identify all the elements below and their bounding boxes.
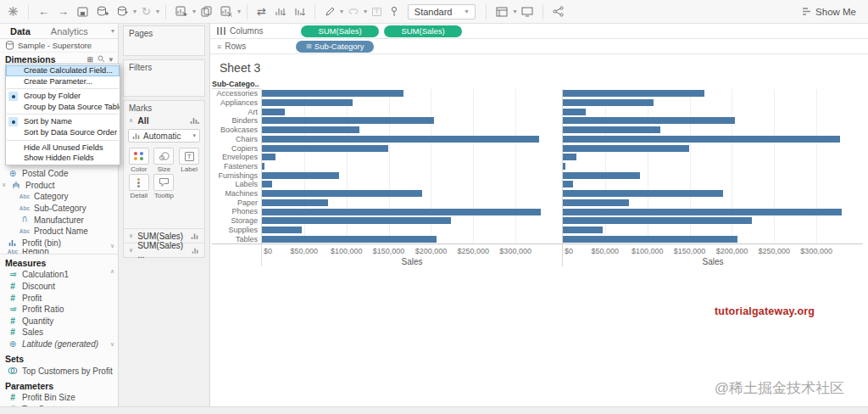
clear-sheet-button[interactable] [216,3,236,20]
bar-phones[interactable] [262,209,541,215]
x-axis-right[interactable]: $0$50,000$100,000$150,000$200,000$250,00… [562,244,863,266]
bar-labels[interactable] [262,181,272,187]
bar-paper[interactable] [563,199,629,206]
fix-axes-button[interactable] [386,3,403,20]
category-label[interactable]: Art [212,107,261,116]
bar-appliances[interactable] [262,99,353,106]
bar-copiers[interactable] [262,145,388,152]
category-label[interactable]: Furnishings [212,171,261,180]
undo-button[interactable]: ← [34,3,53,20]
category-label[interactable]: Bookcases [212,126,261,135]
mark-type-select[interactable]: Automatic ▾ [128,129,200,143]
sort-descending-button[interactable] [290,3,309,20]
measure-profit[interactable]: #Profit [0,292,118,304]
expand-icon[interactable]: ∨ [129,247,133,254]
category-label[interactable]: Copiers [212,143,261,153]
group-members-button[interactable] [344,3,363,20]
dimension-category[interactable]: AbcCategory [0,191,118,203]
bar-art[interactable] [262,109,285,115]
find-field-icon[interactable] [97,55,105,63]
category-label[interactable]: Accessories [212,89,261,98]
measure-calculation1[interactable]: =#Calculation1 [0,269,118,281]
menu-item-group-by-data-source-table[interactable]: Group by Data Source Table [6,102,120,113]
category-label[interactable]: Supplies [212,226,261,235]
expand-icon[interactable]: ∨ [2,182,7,188]
category-label[interactable]: Tables [212,234,261,243]
bar-phones[interactable] [563,209,842,215]
category-label[interactable]: Fasteners [212,162,261,171]
bar-chairs[interactable] [262,136,539,143]
pause-auto-updates-button[interactable] [113,3,132,20]
bar-accessories[interactable] [262,90,403,97]
category-label[interactable]: Labels [212,180,261,189]
bar-storage[interactable] [262,217,451,224]
new-data-source-button[interactable] [92,3,113,20]
pill-sum-sales-1[interactable]: SUM(Sales) [301,25,379,37]
dimension-sub-category[interactable]: AbcSub-Category [0,203,118,215]
category-label[interactable]: Paper [212,198,261,207]
dimension-product-name[interactable]: AbcProduct Name [0,226,118,238]
menu-item-sort-by-data-source-order[interactable]: Sort by Data Source Order [6,127,120,138]
bar-machines[interactable] [262,190,422,197]
redo-button[interactable]: → [53,3,73,20]
row-field-header[interactable]: Sub-Catego.. [212,78,261,89]
tab-analytics[interactable]: Analytics [41,26,98,36]
measure-profit-ratio[interactable]: =#Profit Ratio [0,304,118,316]
size-button[interactable]: Size [153,148,176,173]
columns-shelf[interactable]: Columns SUM(Sales)SUM(Sales) [210,24,868,39]
category-label[interactable]: Machines [212,189,261,199]
filters-shelf[interactable]: Filters [123,59,205,97]
category-label[interactable]: Storage [212,216,261,226]
fit-mode-select[interactable]: Standard ▾ [408,4,476,20]
bar-copiers[interactable] [563,145,689,152]
bar-bookcases[interactable] [262,126,359,133]
pill-sum-sales-2[interactable]: SUM(Sales) [384,25,462,37]
run-auto-updates-dropdown[interactable]: ▾ [155,8,160,15]
scroll-down-icon[interactable]: ∨ [110,243,114,249]
menu-item-sort-by-name[interactable]: Sort by Name [6,116,120,127]
bar-tables[interactable] [262,236,437,243]
measure-discount[interactable]: #Discount [0,281,118,293]
category-label[interactable]: Envelopes [212,153,261,162]
pill-sub-category[interactable]: ⊞ Sub-Category [296,41,374,53]
bar-binders[interactable] [262,117,434,124]
save-button[interactable] [73,3,92,20]
menu-item-show-hidden-fields[interactable]: Show Hidden Fields [6,153,120,164]
bar-storage[interactable] [563,217,752,224]
color-button[interactable]: Color [127,148,151,173]
bar-labels[interactable] [563,181,573,187]
menu-item-hide-all-unused-fields[interactable]: Hide All Unused Fields [6,143,120,154]
x-axis-left[interactable]: $0$50,000$100,000$150,000$200,000$250,00… [261,244,562,266]
duplicate-sheet-button[interactable] [197,3,216,20]
label-button[interactable]: T Label [177,148,201,173]
dimension-profit-bin-[interactable]: Profit (bin) [0,238,118,249]
show-me-button[interactable]: Show Me [802,7,856,17]
bar-furnishings[interactable] [262,172,339,179]
pane-options-icon[interactable]: ▾ [111,27,114,35]
rows-shelf[interactable]: ≡ Rows ⊞ Sub-Category [210,39,868,54]
bar-tables[interactable] [563,236,737,243]
category-label[interactable]: Chairs [212,135,261,144]
sort-ascending-button[interactable] [270,3,290,20]
dimensions-menu-icon[interactable]: ▾ [109,55,113,64]
presentation-mode-button[interactable] [517,3,537,20]
scroll-up-icon[interactable]: ∧ [110,268,114,275]
show-hide-cards-button[interactable] [492,3,512,20]
swap-rows-columns-button[interactable]: ⇄ [253,3,270,20]
tooltip-button[interactable]: Tooltip [153,174,176,199]
chart-pane-left[interactable] [261,89,562,243]
tab-data[interactable]: Data [0,26,41,36]
bar-fasteners[interactable] [262,163,264,170]
collapse-icon[interactable]: ∧ [129,117,133,124]
category-label[interactable]: Phones [212,207,261,216]
parameter-profit-bin-size[interactable]: #Profit Bin Size [0,392,118,404]
clear-sheet-dropdown[interactable]: ▾ [236,8,242,15]
new-worksheet-button[interactable] [171,3,192,20]
bar-fasteners[interactable] [563,163,565,170]
bar-paper[interactable] [262,199,328,206]
bar-envelopes[interactable] [563,154,576,160]
bar-furnishings[interactable] [563,172,640,179]
dimension-postal-code[interactable]: ⊕Postal Code [0,168,118,180]
bar-binders[interactable] [563,117,735,124]
chart-pane-right[interactable] [562,89,863,243]
